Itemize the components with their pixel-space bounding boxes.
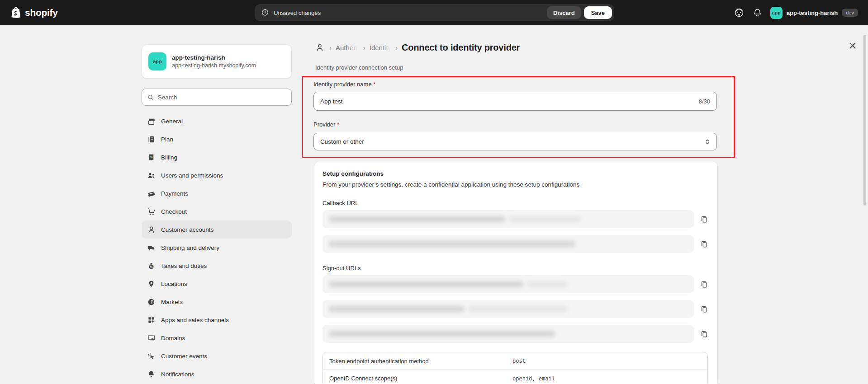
callback-url-label: Callback URL <box>323 200 709 206</box>
page-subtitle: Identity provider connection setup <box>315 64 403 71</box>
sidebar-item-label: Plan <box>161 136 173 143</box>
close-button[interactable] <box>847 40 859 52</box>
provider-select[interactable]: Custom or other <box>313 133 717 150</box>
store-name: app-testing-harish <box>787 9 838 16</box>
search-input[interactable] <box>158 94 286 101</box>
settings-search[interactable] <box>142 89 292 106</box>
copy-button[interactable] <box>699 239 709 249</box>
account-icon[interactable] <box>315 43 324 52</box>
billing-icon: $ <box>147 153 156 162</box>
customer-events-icon <box>147 352 156 361</box>
checkout-icon <box>147 207 156 216</box>
breadcrumb-separator: › <box>395 44 398 52</box>
callback-url-row-1 <box>323 210 709 228</box>
sidebar-store-card: app app-testing-harish app-testing-haris… <box>142 44 292 79</box>
sidebar-item-label: Locations <box>161 281 187 287</box>
sidebar-item-users-permissions[interactable]: Users and permissions <box>142 166 292 184</box>
page-title: Connect to identity provider <box>402 42 520 53</box>
config-table: Token endpoint authentication method pos… <box>323 352 708 384</box>
discard-button[interactable]: Discard <box>547 6 581 19</box>
copy-icon <box>700 280 708 288</box>
domains-icon <box>147 334 156 342</box>
setup-description: From your provider’s settings, create a … <box>323 181 709 188</box>
sidebar-item-payments[interactable]: Payments <box>142 184 292 202</box>
unsaved-changes-bar: Unsaved changes Discard Save <box>255 4 614 21</box>
sidebar-item-label: Apps and sales channels <box>161 317 229 323</box>
required-asterisk: * <box>373 81 375 88</box>
redacted-url-field <box>323 275 694 293</box>
sidebar-item-locations[interactable]: Locations <box>142 275 292 293</box>
redacted-url-field <box>323 325 694 343</box>
sidebar-store-domain: app-testing-harish.myshopify.com <box>172 62 256 69</box>
store-icon <box>147 117 156 126</box>
taxes-icon: % <box>147 262 156 270</box>
svg-text:%: % <box>150 265 153 268</box>
copy-button[interactable] <box>699 214 709 224</box>
users-icon <box>147 171 156 180</box>
signout-url-row-2 <box>323 300 709 318</box>
alert-icon <box>261 9 269 17</box>
sidekick-icon[interactable] <box>734 7 745 18</box>
config-key: Token endpoint authentication method <box>323 358 512 365</box>
sidebar-item-notifications[interactable]: Notifications <box>142 365 292 383</box>
markets-icon: $ <box>147 298 156 306</box>
shopify-bag-icon <box>10 6 22 19</box>
sidebar-item-label: Users and permissions <box>161 172 223 179</box>
logo-wordmark: shopify <box>25 7 58 18</box>
copy-icon <box>700 215 708 223</box>
settings-nav: General Plan $ Billing Users and permiss… <box>142 112 292 383</box>
sidebar-store-name: app-testing-harish <box>172 54 256 61</box>
copy-button[interactable] <box>699 304 709 314</box>
copy-icon <box>700 305 708 313</box>
breadcrumb: › Authent › Identity › Connect to identi… <box>315 41 520 54</box>
sidebar-item-customer-events[interactable]: Customer events <box>142 347 292 365</box>
vertical-scrollbar[interactable] <box>863 35 866 206</box>
sidebar-item-domains[interactable]: Domains <box>142 329 292 347</box>
breadcrumb-identity[interactable]: Identity <box>370 44 391 52</box>
sidebar-item-customer-accounts[interactable]: Customer accounts <box>142 220 292 239</box>
sidebar-item-label: Notifications <box>161 371 194 378</box>
sidebar-item-taxes-duties[interactable]: % Taxes and duties <box>142 257 292 275</box>
shipping-icon <box>147 244 156 252</box>
sidebar-item-markets[interactable]: $ Markets <box>142 293 292 311</box>
identity-provider-name-input[interactable]: App test 8/30 <box>313 92 717 111</box>
shopify-logo[interactable]: shopify <box>10 0 58 25</box>
provider-label: Provider * <box>313 121 339 128</box>
sidebar-item-label: Domains <box>161 335 185 342</box>
copy-button[interactable] <box>699 329 709 339</box>
sidebar-store-avatar: app <box>148 52 166 70</box>
signout-url-row-1 <box>323 275 709 293</box>
copy-icon <box>700 330 708 338</box>
sidebar-item-label: Taxes and duties <box>161 262 207 269</box>
sidebar-item-label: General <box>161 118 183 125</box>
required-asterisk: * <box>337 121 339 128</box>
redacted-url-field <box>323 235 694 253</box>
customer-accounts-icon <box>147 225 156 234</box>
signout-url-row-3 <box>323 325 709 343</box>
svg-text:$: $ <box>150 155 152 159</box>
breadcrumb-separator: › <box>329 44 332 52</box>
store-menu[interactable]: app app-testing-harish dev <box>770 7 858 19</box>
save-button[interactable]: Save <box>584 6 612 19</box>
plan-icon <box>147 135 156 144</box>
sidebar-item-general[interactable]: General <box>142 112 292 130</box>
sidebar-item-checkout[interactable]: Checkout <box>142 202 292 220</box>
sidebar-item-billing[interactable]: $ Billing <box>142 148 292 166</box>
dev-badge: dev <box>842 9 858 17</box>
redacted-url-field <box>323 300 694 318</box>
sidebar-item-shipping-delivery[interactable]: Shipping and delivery <box>142 239 292 257</box>
bell-icon[interactable] <box>753 8 762 18</box>
sidebar-item-plan[interactable]: Plan <box>142 130 292 148</box>
sidebar-item-apps-sales-channels[interactable]: Apps and sales channels <box>142 311 292 329</box>
breadcrumb-authentication[interactable]: Authent <box>336 44 359 52</box>
sidebar-item-label: Customer accounts <box>161 226 213 233</box>
copy-button[interactable] <box>699 279 709 289</box>
breadcrumb-separator: › <box>363 44 365 52</box>
identity-provider-name-label: Identity provider name * <box>313 81 375 88</box>
sidebar-item-label: Checkout <box>161 208 187 215</box>
unsaved-changes-text: Unsaved changes <box>274 9 321 16</box>
table-row: Token endpoint authentication method pos… <box>323 352 707 370</box>
sidebar-item-label: Shipping and delivery <box>161 244 219 251</box>
config-value: post <box>512 358 526 364</box>
payments-icon <box>147 189 156 198</box>
